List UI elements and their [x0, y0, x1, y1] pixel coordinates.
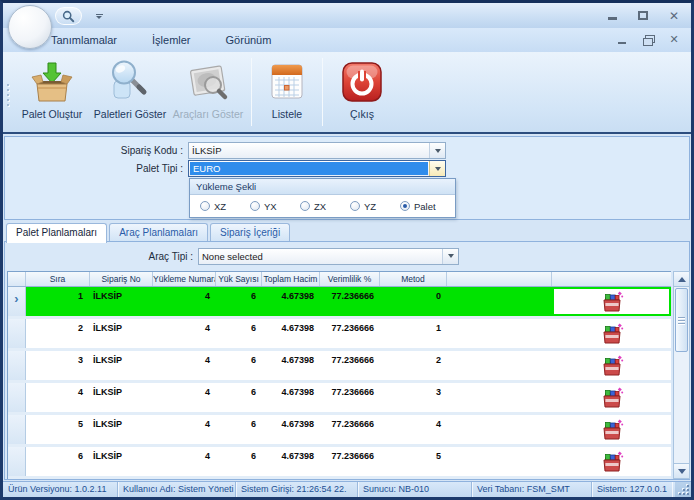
- close-icon: ✕: [669, 10, 679, 22]
- status-login-time: Sistem Girişi: 21:26:54 22.: [236, 482, 358, 497]
- cell-toplam-hacim: 4.67398: [262, 287, 320, 316]
- palet-tipi-combobox[interactable]: EURO: [188, 160, 446, 177]
- minimize-button[interactable]: [601, 8, 623, 23]
- palet-planlamalari-page: Araç Tipi : None selected Sıra Sipariş N…: [4, 241, 690, 480]
- cargo-box-icon[interactable]: [599, 418, 625, 442]
- radio-yz[interactable]: YZ: [350, 201, 400, 212]
- tab-siparis-icerigi[interactable]: Sipariş İçeriği: [210, 223, 290, 241]
- table-row[interactable]: 6 İLKSİP 4 6 4.67398 77.236666 5: [8, 447, 671, 479]
- minimize-icon: [608, 17, 617, 20]
- palet-tipi-dropdown-button[interactable]: [429, 161, 445, 176]
- cell-verimlilik: 77.236666: [320, 287, 380, 316]
- header-yuk-sayisi[interactable]: Yük Sayısı: [216, 272, 262, 286]
- siparis-kodu-combobox[interactable]: İLKSİP: [188, 142, 446, 159]
- header-yukleme-numarasi[interactable]: Yükleme Numarası: [153, 272, 216, 286]
- quick-access-toolbar[interactable]: [55, 7, 82, 25]
- scroll-down-button[interactable]: [674, 463, 689, 478]
- arac-tipi-dropdown-button[interactable]: [442, 249, 458, 264]
- toolbar: Palet Oluştur Paletleri Göster: [3, 52, 691, 134]
- qat-customize-arrow-icon[interactable]: [93, 9, 105, 23]
- cell-yukleme-numarasi: 4: [153, 447, 216, 476]
- app-window: ✕ Tanımlamalar İşlemler Görünüm ✕: [0, 0, 694, 500]
- application-menu-button[interactable]: [8, 5, 52, 49]
- close-button[interactable]: ✕: [663, 8, 685, 23]
- power-icon: [339, 59, 385, 105]
- cell-sira: 5: [26, 415, 90, 444]
- cell-siparis-no: İLKSİP: [90, 319, 153, 348]
- menu-tanimlamalar[interactable]: Tanımlamalar: [47, 32, 121, 48]
- siparis-kodu-dropdown-button[interactable]: [429, 143, 445, 158]
- magnifier-icon[interactable]: [62, 10, 75, 23]
- header-icon-column: [552, 272, 671, 286]
- cell-icon[interactable]: [552, 319, 671, 348]
- cell-siparis-no: İLKSİP: [90, 415, 153, 444]
- cell-toplam-hacim: 4.67398: [262, 447, 320, 476]
- table-row[interactable]: 3 İLKSİP 4 6 4.67398 77.236666 2: [8, 351, 671, 383]
- mdi-minimize-button[interactable]: [613, 33, 631, 46]
- cell-toplam-hacim: 4.67398: [262, 383, 320, 412]
- cargo-box-icon[interactable]: [599, 322, 625, 346]
- arac-tipi-combobox[interactable]: None selected: [198, 248, 459, 265]
- chevron-down-icon: [448, 254, 454, 258]
- resize-grip[interactable]: [675, 482, 691, 497]
- cell-empty: [447, 383, 552, 412]
- mdi-restore-button[interactable]: [639, 33, 657, 46]
- cell-metod: 2: [380, 351, 447, 380]
- menu-islemler[interactable]: İşlemler: [148, 32, 195, 48]
- scrollbar-thumb[interactable]: [675, 288, 688, 352]
- cell-empty: [447, 287, 552, 316]
- scroll-up-button[interactable]: [674, 272, 689, 287]
- radio-zx[interactable]: ZX: [300, 201, 350, 212]
- list-button[interactable]: Listele: [256, 52, 318, 132]
- palet-tipi-value: EURO: [190, 162, 428, 175]
- cell-yukleme-numarasi: 4: [153, 383, 216, 412]
- menu-bar: Tanımlamalar İşlemler Görünüm ✕: [3, 28, 691, 52]
- tab-palet-planlamalari[interactable]: Palet Planlamaları: [6, 223, 107, 243]
- siparis-kodu-label: Sipariş Kodu :: [5, 145, 188, 156]
- cargo-box-icon[interactable]: [599, 290, 625, 314]
- header-verimlilik[interactable]: Verimlilik %: [320, 272, 380, 286]
- cargo-box-icon[interactable]: [599, 450, 625, 474]
- header-metod[interactable]: Metod: [380, 272, 447, 286]
- radio-palet[interactable]: Palet: [400, 201, 450, 212]
- cell-verimlilik: 77.236666: [320, 383, 380, 412]
- cell-metod: 3: [380, 383, 447, 412]
- menu-gorunum[interactable]: Görünüm: [222, 32, 276, 48]
- yukleme-sekli-panel: Yükleme Şekli XZ YX ZX YZ: [189, 178, 456, 218]
- cell-yuk-sayisi: 6: [216, 415, 262, 444]
- create-pallet-button[interactable]: Palet Oluştur: [13, 52, 91, 132]
- header-sira[interactable]: Sıra: [26, 272, 90, 286]
- cell-icon[interactable]: [552, 351, 671, 380]
- create-pallet-icon: [29, 59, 75, 105]
- exit-button[interactable]: Çıkış: [327, 52, 397, 132]
- minimize-icon: [618, 42, 626, 44]
- show-pallets-button[interactable]: Paletleri Göster: [91, 52, 169, 132]
- table-row[interactable]: 4 İLKSİP 4 6 4.67398 77.236666 3: [8, 383, 671, 415]
- table-row[interactable]: 5 İLKSİP 4 6 4.67398 77.236666 4: [8, 415, 671, 447]
- table-row[interactable]: › 1 İLKSİP 4 6 4.67398 77.236666 0: [8, 287, 671, 319]
- cell-empty: [447, 351, 552, 380]
- cell-icon[interactable]: [552, 287, 671, 316]
- cell-icon[interactable]: [552, 383, 671, 412]
- scroll-down-icon: [678, 469, 686, 474]
- mdi-close-button[interactable]: ✕: [665, 33, 683, 46]
- table-row[interactable]: 2 İLKSİP 4 6 4.67398 77.236666 1: [8, 319, 671, 351]
- scroll-up-icon: [678, 277, 686, 282]
- cell-icon[interactable]: [552, 415, 671, 444]
- header-siparis-no[interactable]: Sipariş No: [90, 272, 153, 286]
- cell-yukleme-numarasi: 4: [153, 415, 216, 444]
- header-toplam-hacim[interactable]: Toplam Hacim: [262, 272, 320, 286]
- status-system-ip: Sistem: 127.0.0.1: [592, 482, 672, 497]
- cargo-box-icon[interactable]: [599, 386, 625, 410]
- cell-yuk-sayisi: 6: [216, 383, 262, 412]
- tab-arac-planlamalari[interactable]: Araç Planlamaları: [109, 223, 208, 241]
- radio-yx[interactable]: YX: [250, 201, 300, 212]
- cell-icon[interactable]: [552, 447, 671, 476]
- chevron-down-icon: [435, 149, 441, 153]
- toolbar-grip[interactable]: [3, 52, 13, 132]
- radio-xz[interactable]: XZ: [200, 201, 250, 212]
- maximize-button[interactable]: [632, 8, 654, 23]
- cargo-box-icon[interactable]: [599, 354, 625, 378]
- chevron-down-icon: [435, 167, 441, 171]
- vertical-scrollbar[interactable]: [673, 271, 690, 479]
